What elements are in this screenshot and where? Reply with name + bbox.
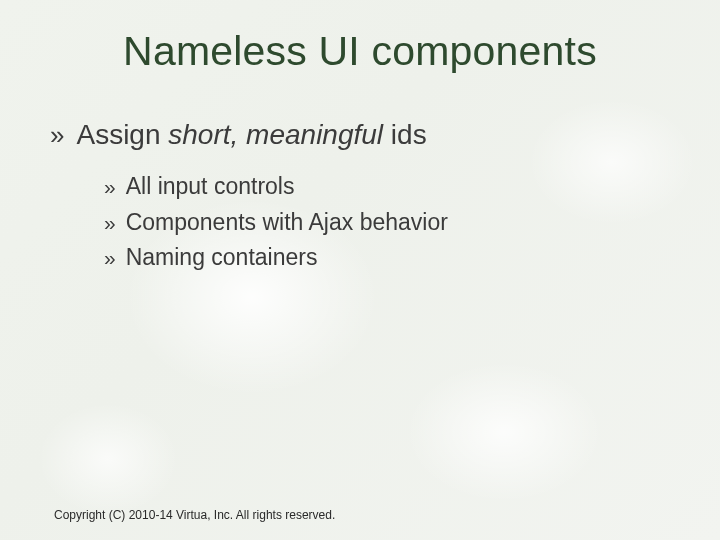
copyright-footer: Copyright (C) 2010-14 Virtua, Inc. All r…	[54, 508, 335, 522]
text-suffix: ids	[383, 119, 427, 150]
bullet-level-1: » Assign short, meaningful ids	[0, 119, 720, 151]
text-prefix: Assign	[76, 119, 168, 150]
list-item: » Naming containers	[104, 240, 720, 276]
bullet-icon: »	[104, 207, 116, 240]
list-item-label: Components with Ajax behavior	[126, 205, 448, 241]
bullet-icon: »	[104, 171, 116, 204]
text-emphasis: short, meaningful	[168, 119, 383, 150]
list-item: » All input controls	[104, 169, 720, 205]
slide: Nameless UI components » Assign short, m…	[0, 0, 720, 540]
bullet-icon: »	[50, 122, 64, 148]
bullet-level-2: » All input controls » Components with A…	[0, 169, 720, 276]
list-item-label: Assign short, meaningful ids	[76, 119, 426, 151]
list-item-label: All input controls	[126, 169, 295, 205]
slide-title: Nameless UI components	[0, 28, 720, 75]
list-item: » Components with Ajax behavior	[104, 205, 720, 241]
list-item: » Assign short, meaningful ids	[50, 119, 720, 151]
bullet-icon: »	[104, 242, 116, 275]
list-item-label: Naming containers	[126, 240, 318, 276]
